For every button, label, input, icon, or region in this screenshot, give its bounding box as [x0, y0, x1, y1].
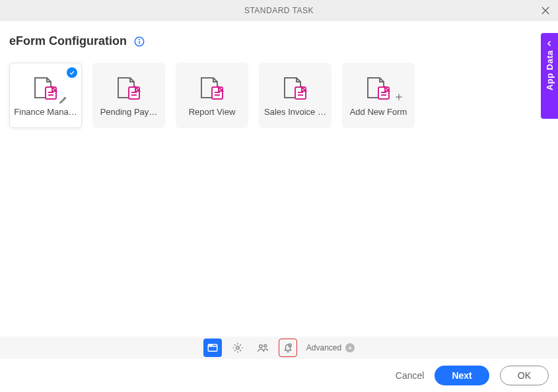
form-doc-icon [192, 74, 232, 103]
next-button[interactable]: Next [435, 366, 489, 385]
form-doc-icon [275, 74, 315, 103]
form-card-label: Pending Pay… [96, 107, 161, 117]
svg-point-26 [212, 345, 213, 346]
selected-check-icon [67, 67, 77, 78]
svg-point-28 [260, 345, 263, 348]
page-title-row: eForm Configuration [9, 34, 549, 48]
form-card-label: Add New Form [346, 107, 411, 117]
svg-point-27 [236, 346, 240, 350]
chevron-left-icon [545, 38, 553, 46]
tab-forms-icon[interactable] [203, 339, 222, 357]
dialog-title: STANDARD TASK [244, 6, 314, 15]
app-data-tab[interactable]: App Data [541, 33, 558, 119]
content: eForm Configuration [0, 21, 558, 141]
form-card-add-new[interactable]: Add New Form [342, 63, 415, 128]
form-card-pending[interactable]: Pending Pay… [92, 63, 165, 128]
info-icon[interactable] [133, 36, 145, 48]
svg-point-24 [209, 345, 210, 346]
plus-icon [394, 92, 403, 102]
svg-point-29 [264, 344, 267, 347]
footer: Cancel Next OK [0, 359, 558, 392]
dialog-header: STANDARD TASK [0, 0, 558, 21]
tab-users-icon[interactable] [254, 339, 272, 357]
form-card-sales[interactable]: Sales Invoice … [259, 63, 331, 128]
form-doc-icon [359, 74, 398, 103]
ok-button[interactable]: OK [500, 366, 549, 385]
form-card-label: Sales Invoice … [263, 107, 328, 117]
form-cards: Finance Mana… Pending Pay… [9, 63, 549, 128]
advanced-label: Advanced [306, 343, 341, 352]
form-card-label: Report View [180, 107, 244, 117]
form-card-finance[interactable]: Finance Mana… [9, 63, 82, 128]
close-icon[interactable] [540, 5, 551, 16]
page-title: eForm Configuration [9, 34, 127, 48]
bottom-toolbar: Advanced + [0, 337, 558, 359]
cancel-button[interactable]: Cancel [396, 370, 425, 381]
form-doc-icon [26, 74, 65, 103]
svg-point-4 [139, 39, 140, 40]
advanced-link[interactable]: Advanced + [306, 343, 355, 352]
svg-point-32 [290, 346, 291, 346]
form-doc-icon [109, 74, 149, 103]
plus-circle-icon: + [345, 343, 355, 352]
form-card-label: Finance Mana… [14, 107, 77, 117]
tab-settings-icon[interactable] [228, 339, 247, 357]
pencil-icon [59, 95, 68, 104]
tab-notifications-icon[interactable] [279, 339, 297, 357]
app-data-label: App Data [545, 50, 555, 90]
form-card-report[interactable]: Report View [176, 63, 248, 128]
svg-point-25 [211, 345, 211, 346]
